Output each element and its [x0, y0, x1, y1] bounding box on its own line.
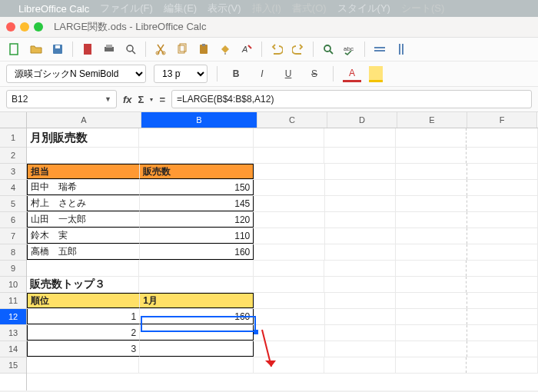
select-all-corner[interactable]: [0, 112, 26, 128]
column-header[interactable]: E: [397, 112, 467, 128]
cell[interactable]: [396, 293, 467, 308]
spellcheck-button[interactable]: abc: [341, 41, 358, 58]
cell[interactable]: [325, 341, 396, 357]
row-header[interactable]: 10: [0, 277, 26, 293]
cell[interactable]: [467, 180, 538, 195]
menu-insert[interactable]: 挿入(I): [252, 2, 281, 15]
name-box[interactable]: B12 ▼: [6, 90, 117, 108]
row-header[interactable]: 15: [0, 357, 26, 374]
column-button[interactable]: [393, 41, 410, 58]
cell[interactable]: [467, 148, 538, 163]
cell[interactable]: 販売数トップ３: [27, 277, 139, 292]
cell[interactable]: [139, 128, 253, 147]
row-header[interactable]: 6: [0, 212, 26, 228]
cell[interactable]: [325, 309, 396, 324]
cell[interactable]: [254, 293, 324, 308]
cell[interactable]: [324, 148, 396, 163]
print-button[interactable]: [101, 41, 118, 58]
cell[interactable]: [140, 325, 254, 341]
cell[interactable]: [254, 277, 325, 292]
formula-input[interactable]: =LARGE(B$4:B$8,A12): [171, 90, 532, 108]
cell[interactable]: [325, 180, 396, 195]
cell[interactable]: [467, 309, 538, 324]
open-button[interactable]: [28, 41, 45, 58]
cell[interactable]: [467, 212, 538, 228]
cell[interactable]: [254, 180, 324, 195]
font-name-select[interactable]: 源暎ゴシックN SemiBold: [6, 65, 146, 83]
cell[interactable]: 160: [140, 309, 254, 324]
cell[interactable]: [325, 164, 396, 179]
cell[interactable]: [396, 341, 467, 357]
cell[interactable]: [396, 180, 467, 195]
export-pdf-button[interactable]: [79, 41, 96, 58]
cell[interactable]: 110: [140, 228, 254, 244]
find-button[interactable]: [320, 41, 337, 58]
strikethrough-button[interactable]: S: [305, 65, 324, 83]
cell[interactable]: [139, 148, 253, 163]
cell[interactable]: [254, 148, 325, 163]
menu-styles[interactable]: スタイル(Y): [337, 2, 390, 15]
window-close-button[interactable]: [6, 22, 15, 32]
column-header[interactable]: C: [257, 112, 327, 128]
cell[interactable]: [467, 128, 538, 147]
cell[interactable]: [325, 244, 396, 260]
cell[interactable]: [467, 325, 538, 341]
font-color-button[interactable]: A: [343, 66, 361, 82]
row-header[interactable]: 5: [0, 196, 26, 212]
cell[interactable]: [396, 357, 467, 373]
cell[interactable]: 1: [27, 309, 140, 324]
cell[interactable]: [139, 261, 253, 276]
name-box-dropdown-icon[interactable]: ▼: [105, 95, 111, 103]
cell[interactable]: [27, 261, 139, 276]
row-header[interactable]: 2: [0, 148, 26, 164]
cell[interactable]: [139, 277, 253, 292]
bold-button[interactable]: B: [227, 65, 245, 83]
grid[interactable]: A B C D E F 月別販売数: [27, 112, 538, 390]
menu-format[interactable]: 書式(O): [292, 2, 327, 15]
cell[interactable]: [396, 277, 467, 292]
row-header[interactable]: 7: [0, 228, 26, 244]
menu-file[interactable]: ファイル(F): [100, 2, 153, 15]
cell[interactable]: 村上 さとみ: [27, 196, 140, 211]
cell[interactable]: [324, 357, 396, 373]
row-header[interactable]: 4: [0, 180, 26, 196]
cell[interactable]: 1月: [140, 293, 254, 308]
cell[interactable]: [325, 228, 396, 244]
cell[interactable]: [27, 148, 139, 163]
cell[interactable]: [396, 148, 467, 163]
cell[interactable]: [254, 228, 324, 244]
cell[interactable]: 月別販売数: [27, 128, 139, 147]
cell[interactable]: [467, 196, 538, 211]
dropdown-icon[interactable]: ▾: [150, 96, 153, 103]
copy-button[interactable]: [174, 41, 191, 58]
cell[interactable]: [254, 196, 324, 211]
undo-button[interactable]: [268, 41, 285, 58]
cell[interactable]: [396, 128, 467, 147]
cell[interactable]: 担当: [27, 164, 140, 179]
cell[interactable]: [140, 341, 254, 357]
cell[interactable]: [254, 341, 324, 357]
cell[interactable]: [396, 244, 467, 260]
cell[interactable]: 150: [140, 180, 254, 195]
row-header[interactable]: 13: [0, 325, 26, 341]
cell[interactable]: 販売数: [140, 164, 254, 179]
cell[interactable]: 3: [27, 341, 140, 357]
cell[interactable]: [396, 164, 467, 179]
cell[interactable]: [467, 244, 538, 260]
paste-button[interactable]: [195, 41, 212, 58]
cell[interactable]: [27, 357, 139, 373]
cell[interactable]: [325, 196, 396, 211]
clone-format-button[interactable]: [217, 41, 234, 58]
cell[interactable]: [325, 325, 396, 341]
menu-view[interactable]: 表示(V): [208, 2, 241, 15]
italic-button[interactable]: I: [253, 65, 271, 83]
function-wizard-button[interactable]: fx: [123, 94, 132, 105]
cell[interactable]: 160: [140, 244, 254, 260]
cell[interactable]: [254, 357, 325, 373]
menu-edit[interactable]: 編集(E): [164, 2, 197, 15]
highlight-color-button[interactable]: [369, 66, 383, 82]
cell[interactable]: [254, 164, 324, 179]
cell[interactable]: [467, 357, 538, 373]
cell[interactable]: 2: [27, 325, 140, 341]
redo-button[interactable]: [290, 41, 307, 58]
